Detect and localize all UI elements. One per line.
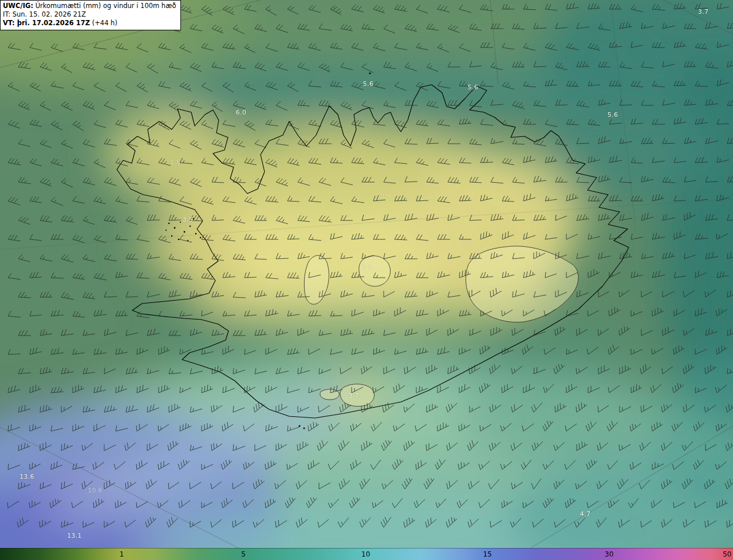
colorbar-tick: 50 [723,551,731,558]
colorbar-tick: 1 [120,551,124,558]
weather-map: 3.75.65.66.05.61.50.93.50.90.83.713.610.… [0,0,733,560]
model-label: UWC/IG: [3,2,33,10]
valid-time-offset: (+44 h) [90,19,117,27]
map-canvas [0,0,733,560]
colorbar-tick: 10 [361,551,370,558]
map-title-box: UWC/IG: Úrkomumætti (mm) og vindur i 100… [0,0,181,30]
colorbar-tick: 30 [605,551,613,558]
map-title-line: UWC/IG: Úrkomumætti (mm) og vindur i 100… [3,2,176,10]
init-time-line: IT: Sun. 15. 02. 2026 21Z [3,10,176,19]
colorbar-tick: 5 [241,551,246,558]
colorbar-tick: 15 [483,551,492,558]
map-title-text: Úrkomumætti (mm) og vindur i 100m hæð [33,2,176,10]
colorbar: 1510153050 [0,548,733,560]
valid-time-line: VT: þri. 17.02.2026 17Z (+44 h) [3,19,176,27]
valid-time-text: VT: þri. 17.02.2026 17Z [3,19,90,27]
